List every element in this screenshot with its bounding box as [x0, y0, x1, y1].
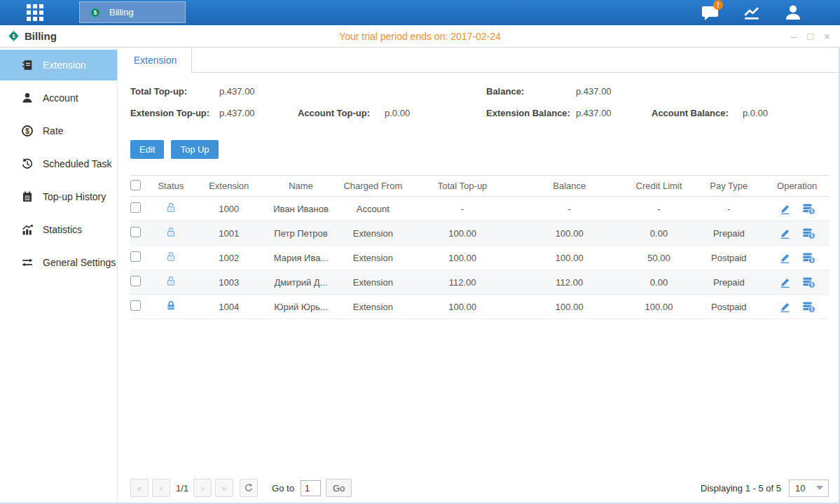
extension-topup-value: p.437.00: [219, 108, 255, 118]
cell-pay-type: Prepaid: [692, 228, 765, 239]
cell-credit-limit: 0.00: [626, 277, 693, 288]
close-icon[interactable]: ×: [824, 31, 830, 41]
cell-pay-type: Prepaid: [692, 277, 765, 288]
topup-row-icon[interactable]: $: [802, 227, 815, 239]
displaying-text: Displaying 1 - 5 of 5: [701, 483, 781, 493]
next-page-button[interactable]: ›: [193, 479, 212, 497]
sidebar-item-extension[interactable]: Extension: [0, 50, 117, 80]
apps-grid-icon[interactable]: [27, 4, 43, 21]
rate-icon: $: [21, 125, 34, 137]
chart-icon[interactable]: [741, 3, 763, 22]
edit-row-icon[interactable]: [779, 252, 791, 264]
chat-icon[interactable]: !: [699, 3, 722, 22]
page-indicator: 1/1: [176, 483, 188, 493]
pagination-bar: « ‹ 1/1 › » Go to Go Displaying 1 - 5 of…: [118, 478, 839, 498]
row-checkbox[interactable]: [130, 227, 141, 237]
goto-page-input[interactable]: [301, 480, 321, 496]
edit-row-icon[interactable]: [779, 227, 791, 239]
edit-row-icon[interactable]: [779, 203, 791, 215]
lock-closed-icon: [165, 300, 177, 312]
user-icon[interactable]: [782, 3, 804, 22]
topup-row-icon[interactable]: $: [802, 252, 815, 264]
prev-page-button[interactable]: ‹: [152, 479, 170, 497]
general-settings-icon: [21, 256, 34, 269]
svg-text:$: $: [25, 127, 29, 135]
total-topup-label: Total Top-up:: [130, 86, 187, 97]
sidebar-item-account[interactable]: Account: [0, 83, 117, 113]
cell-name: Мария Ива...: [268, 253, 335, 263]
refresh-button[interactable]: [240, 479, 258, 497]
page-size-select[interactable]: 10: [789, 479, 829, 497]
header-credit-limit: Credit Limit: [626, 181, 693, 191]
cell-charged-from: Extension: [334, 253, 411, 263]
row-checkbox[interactable]: [130, 251, 141, 262]
cell-charged-from: Account: [334, 204, 411, 214]
extension-icon: [21, 59, 34, 71]
tabstrip: Extension: [118, 48, 839, 73]
cell-name: Петр Петров: [268, 228, 335, 239]
maximize-icon[interactable]: □: [807, 31, 813, 41]
header-status: Status: [151, 181, 191, 191]
edit-row-icon[interactable]: [779, 301, 791, 313]
last-page-button[interactable]: »: [215, 479, 233, 497]
window-title: $ Billing: [7, 29, 57, 43]
sidebar-item-label: Scheduled Task: [43, 158, 112, 169]
status-cell: [151, 275, 191, 289]
first-page-button[interactable]: «: [130, 479, 149, 497]
cell-pay-type: -: [692, 204, 765, 214]
account-balance-value: p.0.00: [743, 108, 768, 118]
go-button[interactable]: Go: [326, 479, 352, 497]
chevron-down-icon: [816, 486, 823, 490]
edit-row-icon[interactable]: [779, 276, 791, 288]
minimize-icon[interactable]: –: [791, 31, 797, 41]
taskbar-tab-billing[interactable]: $ Billing: [79, 1, 186, 23]
cell-credit-limit: -: [626, 204, 693, 214]
table-row: 1000 Иван Иванов Account - - - -: [130, 197, 829, 221]
account-topup-label: Account Top-up:: [298, 108, 370, 118]
sidebar-item-label: Rate: [43, 125, 64, 136]
lock-open-icon: [165, 202, 177, 214]
taskbar-tab-label: Billing: [109, 7, 134, 18]
sidebar-item-rate[interactable]: $ Rate: [0, 115, 117, 146]
row-checkbox[interactable]: [130, 202, 141, 213]
cell-name: Иван Иванов: [268, 204, 335, 214]
cell-charged-from: Extension: [334, 277, 411, 288]
svg-text:$: $: [811, 282, 813, 288]
topup-button[interactable]: Top Up: [171, 140, 218, 159]
header-balance: Balance: [514, 181, 626, 191]
desktop-taskbar: $ Billing !: [0, 0, 840, 25]
svg-text:$: $: [811, 307, 813, 312]
sidebar-item-topup-history[interactable]: Top-up History: [0, 181, 117, 212]
status-cell: [151, 300, 191, 314]
sidebar-item-general-settings[interactable]: General Settings: [0, 247, 117, 278]
sidebar-item-label: Top-up History: [43, 191, 106, 202]
table-header: Status Extension Name Charged From Total…: [130, 175, 829, 197]
edit-button[interactable]: Edit: [130, 140, 164, 159]
lock-open-icon: [165, 251, 177, 262]
cell-pay-type: Postpaid: [692, 253, 765, 263]
row-checkbox[interactable]: [130, 300, 141, 311]
topup-row-icon[interactable]: $: [802, 276, 815, 288]
cell-charged-from: Extension: [334, 302, 411, 312]
balance-summary: Total Top-up: p.437.00 Balance: p.437.00…: [118, 82, 839, 128]
tab-extension[interactable]: Extension: [119, 48, 192, 73]
cell-balance: 100.00: [514, 253, 626, 263]
topup-history-icon: [21, 190, 34, 203]
sidebar-item-label: Statistics: [43, 224, 82, 235]
select-all-checkbox[interactable]: [130, 180, 141, 190]
sidebar-item-scheduled-task[interactable]: Scheduled Task: [0, 148, 117, 179]
svg-text:$: $: [811, 233, 813, 239]
extension-table: Status Extension Name Charged From Total…: [130, 175, 829, 319]
topup-row-icon[interactable]: $: [802, 203, 815, 215]
cell-extension: 1003: [191, 277, 268, 288]
lock-open-icon: [165, 226, 177, 238]
extension-balance-label: Extension Balance:: [486, 108, 570, 118]
total-topup-value: p.437.00: [219, 86, 255, 97]
sidebar-item-statistics[interactable]: Statistics: [0, 214, 117, 245]
cell-balance: -: [514, 204, 626, 214]
topup-row-icon[interactable]: $: [802, 301, 815, 313]
cell-balance: 112.00: [514, 277, 626, 288]
balance-label: Balance:: [486, 86, 524, 97]
row-checkbox[interactable]: [130, 276, 141, 286]
cell-total-topup: 100.00: [411, 228, 514, 239]
